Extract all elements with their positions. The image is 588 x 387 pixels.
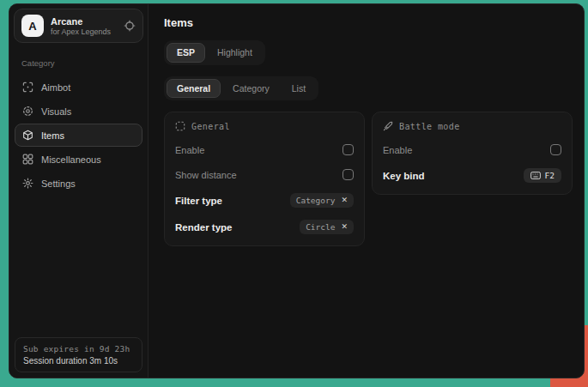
- setting-row-filter-type: Filter type Category ✕: [175, 193, 354, 208]
- sidebar-item-settings[interactable]: Settings: [15, 172, 142, 195]
- box-select-icon: [175, 121, 185, 131]
- panel-title: General: [191, 122, 230, 131]
- sidebar-item-label: Settings: [41, 178, 76, 189]
- subscription-info-card: Sub expires in 9d 23h Session duration 3…: [15, 337, 142, 372]
- sidebar-item-items[interactable]: Items: [15, 124, 142, 147]
- mode-tab-group: ESP Highlight: [164, 40, 265, 65]
- setting-row-key-bind: Key bind F2: [383, 168, 561, 183]
- clear-selection-icon[interactable]: ✕: [341, 223, 348, 231]
- battle-enable-checkbox[interactable]: [550, 144, 561, 155]
- keybind-value: F2: [545, 171, 555, 180]
- clear-selection-icon[interactable]: ✕: [341, 197, 348, 204]
- enable-checkbox[interactable]: [342, 144, 354, 155]
- sidebar-item-label: Miscellaneous: [41, 154, 101, 165]
- selected-value: Circle: [306, 222, 335, 232]
- setting-label: Key bind: [383, 171, 425, 181]
- setting-label: Enable: [383, 145, 412, 155]
- keyboard-icon: [530, 172, 541, 179]
- sidebar-item-miscellaneous[interactable]: Miscellaneous: [15, 148, 142, 171]
- tab-category[interactable]: Category: [222, 79, 280, 99]
- sidebar-item-label: Aimbot: [41, 82, 70, 93]
- page-title: Items: [164, 16, 573, 29]
- render-type-select[interactable]: Circle ✕: [300, 220, 354, 234]
- setting-label: Enable: [175, 145, 204, 155]
- panels-container: General Enable Show distance Filter type…: [164, 112, 573, 246]
- app-name: Arcane: [51, 16, 111, 27]
- app-meta: Arcane for Apex Legends: [51, 16, 111, 36]
- sidebar-item-label: Visuals: [41, 106, 71, 117]
- setting-row-enable: Enable: [383, 143, 561, 156]
- app-subtitle: for Apex Legends: [51, 27, 111, 36]
- panel-battle-mode: Battle mode Enable Key bind: [372, 112, 573, 195]
- package-icon: [22, 130, 33, 141]
- selected-value: Category: [296, 196, 336, 205]
- tab-general[interactable]: General: [167, 79, 221, 99]
- tab-esp[interactable]: ESP: [167, 43, 205, 63]
- setting-label: Render type: [175, 222, 232, 233]
- filter-type-select[interactable]: Category ✕: [290, 193, 354, 208]
- show-distance-checkbox[interactable]: [342, 169, 354, 180]
- setting-row-show-distance: Show distance: [175, 168, 354, 181]
- grid-icon: [22, 154, 33, 165]
- setting-label: Filter type: [175, 196, 222, 206]
- sidebar-item-label: Items: [41, 130, 64, 141]
- sub-expires-text: Sub expires in 9d 23h: [23, 344, 134, 354]
- view-tabs-row: General Category List: [164, 65, 573, 101]
- app-logo: A: [21, 15, 44, 37]
- sidebar-item-aimbot[interactable]: Aimbot: [15, 76, 142, 99]
- app-window: A Arcane for Apex Legends Category: [9, 3, 585, 378]
- gear-icon: [22, 178, 33, 189]
- app-header-card: A Arcane for Apex Legends: [14, 9, 143, 43]
- panel-general-header: General: [175, 121, 354, 131]
- mode-tabs-row: ESP Highlight: [164, 29, 573, 65]
- panel-general: General Enable Show distance Filter type…: [164, 112, 365, 246]
- crosshair-icon[interactable]: [124, 20, 136, 32]
- setting-row-render-type: Render type Circle ✕: [175, 220, 354, 234]
- keybind-button[interactable]: F2: [524, 168, 561, 183]
- main-content: Items ESP Highlight General Category Lis…: [149, 4, 585, 378]
- panel-title: Battle mode: [399, 122, 460, 131]
- session-duration-text: Session duration 3m 10s: [23, 356, 134, 366]
- tab-list[interactable]: List: [282, 79, 316, 99]
- sidebar-item-visuals[interactable]: Visuals: [15, 100, 142, 123]
- sidebar-nav: Category Aimbot: [9, 47, 148, 196]
- sword-icon: [383, 121, 393, 131]
- visuals-eye-icon: [22, 106, 33, 117]
- aimbot-crosshair-icon: [22, 82, 33, 93]
- nav-section-label: Category: [21, 58, 136, 68]
- setting-row-enable: Enable: [175, 143, 354, 156]
- sidebar: A Arcane for Apex Legends Category: [9, 4, 149, 378]
- panel-battle-mode-header: Battle mode: [383, 121, 561, 131]
- view-tab-group: General Category List: [164, 76, 318, 101]
- setting-label: Show distance: [175, 170, 237, 180]
- tab-highlight[interactable]: Highlight: [207, 43, 263, 63]
